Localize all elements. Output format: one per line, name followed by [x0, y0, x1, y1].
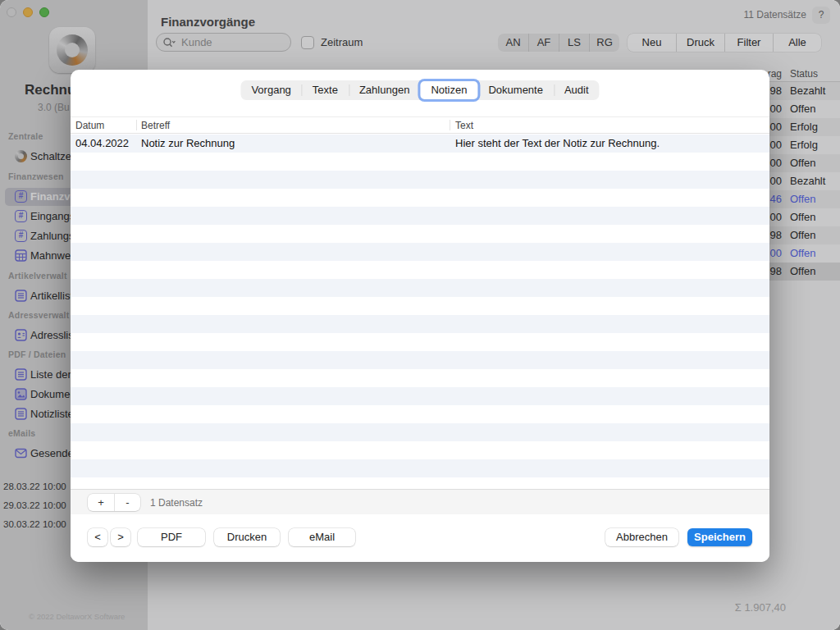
tab-zahlungen[interactable]: Zahlungen [349, 81, 420, 99]
datum-column-header[interactable]: Datum [75, 117, 104, 135]
next-record-button[interactable]: > [111, 528, 130, 546]
tab-notizen[interactable]: Notizen [420, 81, 477, 99]
tab-audit[interactable]: Audit [554, 81, 600, 99]
add-remove-segment: + - [88, 494, 140, 511]
speichern-button[interactable]: Speichern [687, 528, 752, 546]
tab-dokumente[interactable]: Dokumente [477, 81, 553, 99]
tab-texte[interactable]: Texte [302, 81, 349, 99]
text-column-header[interactable]: Text [455, 117, 473, 135]
sheet-footer: < > PDF Drucken eMail Abbrechen Speicher… [71, 514, 769, 562]
email-button[interactable]: eMail [289, 528, 355, 546]
notes-table-header: Datum Betreff Text [71, 116, 769, 134]
betreff-column-header[interactable]: Betreff [141, 117, 170, 135]
note-row[interactable]: 04.04.2022 Notiz zur Rechnung Hier steht… [71, 135, 769, 153]
notes-count: 1 Datensatz [150, 497, 203, 509]
remove-note-button[interactable]: - [114, 494, 140, 511]
notes-list-footer: + - 1 Datensatz [71, 489, 769, 514]
column-divider [136, 120, 137, 130]
add-note-button[interactable]: + [88, 494, 114, 511]
column-divider [450, 120, 450, 130]
tab-vorgang[interactable]: Vorgang [240, 81, 301, 99]
detail-tabbar: Vorgang Texte Zahlungen Notizen Dokument… [240, 80, 599, 100]
drucken-button[interactable]: Drucken [214, 528, 280, 546]
abbrechen-button[interactable]: Abbrechen [605, 528, 678, 546]
pdf-button[interactable]: PDF [138, 528, 205, 546]
app-window: Rechnu 3.0 (Bu Zentrale Schaltzen Finanz… [0, 0, 840, 630]
previous-record-button[interactable]: < [88, 528, 107, 546]
notes-table-body: 04.04.2022 Notiz zur Rechnung Hier steht… [71, 135, 769, 489]
record-detail-sheet: Vorgang Texte Zahlungen Notizen Dokument… [71, 70, 769, 562]
